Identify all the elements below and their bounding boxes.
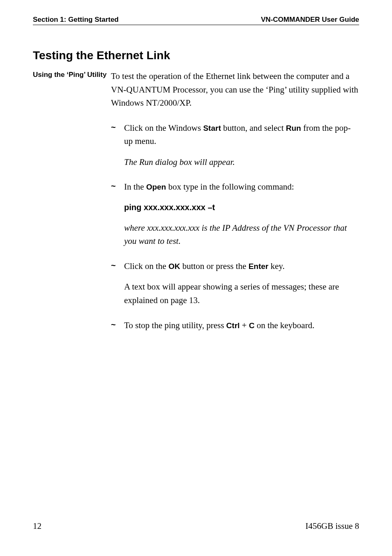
step-1: ~ Click on the Windows Start button, and… (111, 121, 359, 169)
header-right: VN-COMMANDER User Guide (261, 16, 359, 24)
step-note: where xxx.xxx.xxx.xxx is the IP Address … (124, 221, 359, 248)
main-column: To test the operation of the Ethernet li… (111, 70, 359, 332)
step-note: The Run dialog box will appear. (124, 155, 359, 169)
step-body: Click on the Windows Start button, and s… (124, 121, 359, 169)
bold-term: Run (286, 124, 301, 132)
margin-label: Using the ‘Ping’ Utility (33, 70, 111, 332)
header-left: Section 1: Getting Started (33, 16, 119, 24)
text-run: Click on the (124, 261, 168, 271)
text-run: on the keyboard. (254, 320, 314, 330)
intro-paragraph: To test the operation of the Ethernet li… (111, 70, 359, 110)
bullet-tilde: ~ (111, 319, 124, 332)
text-run: box type in the following command: (166, 182, 294, 192)
step-text: Click on the OK button or press the Ente… (124, 259, 359, 273)
step-body: In the Open box type in the following co… (124, 180, 359, 248)
text-run: button or press the (180, 261, 248, 271)
section-title: Testing the Ethernet Link (33, 49, 359, 62)
step-2: ~ In the Open box type in the following … (111, 180, 359, 248)
bold-term: Ctrl (226, 321, 240, 330)
text-run: To stop the ping utility, press (124, 320, 226, 330)
page-number: 12 (33, 521, 42, 531)
running-header: Section 1: Getting Started VN-COMMANDER … (33, 16, 359, 25)
text-run: + (240, 320, 249, 330)
bullet-tilde: ~ (111, 259, 124, 307)
step-text: In the Open box type in the following co… (124, 180, 359, 194)
step-text: To stop the ping utility, press Ctrl + C… (124, 319, 359, 332)
step-text: Click on the Windows Start button, and s… (124, 121, 359, 148)
page-content: Section 1: Getting Started VN-COMMANDER … (33, 16, 359, 531)
step-4: ~ To stop the ping utility, press Ctrl +… (111, 319, 359, 332)
bullet-tilde: ~ (111, 180, 124, 248)
bullet-tilde: ~ (111, 121, 124, 169)
step-3: ~ Click on the OK button or press the En… (111, 259, 359, 307)
bold-term: Open (146, 183, 166, 191)
text-run: Click on the Windows (124, 123, 203, 133)
bold-term: Start (203, 124, 221, 132)
bold-term: C (249, 321, 255, 330)
step-body: Click on the OK button or press the Ente… (124, 259, 359, 307)
text-run: In the (124, 182, 146, 192)
text-run: key. (268, 261, 284, 271)
issue-id: I456GB issue 8 (305, 521, 359, 531)
content-area: Using the ‘Ping’ Utility To test the ope… (33, 70, 359, 332)
page-footer: 12 I456GB issue 8 (33, 521, 359, 531)
text-run: button, and select (221, 123, 286, 133)
bold-term: OK (168, 262, 180, 271)
step-note: A text box will appear showing a series … (124, 280, 359, 307)
command-line: ping xxx.xxx.xxx.xxx –t (124, 201, 359, 214)
step-body: To stop the ping utility, press Ctrl + C… (124, 319, 359, 332)
bold-term: Enter (249, 262, 269, 271)
